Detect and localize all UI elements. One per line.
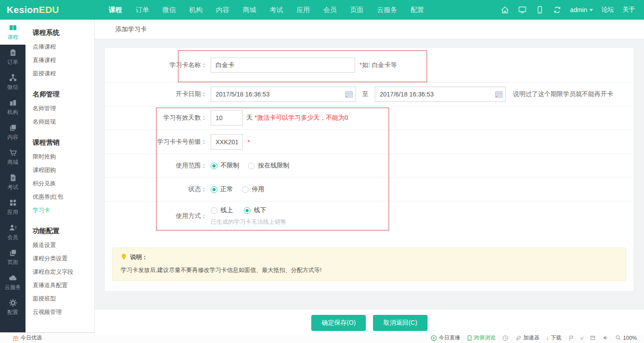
valid-days-label: 学习有效天数： (105, 114, 207, 122)
mode-note: 已生成的学习卡无法线上销售 (211, 218, 286, 226)
sidebar-item-label: 配置 (8, 309, 18, 316)
sidebar-item-mall[interactable]: 商城 (0, 145, 25, 170)
sidebar-item-member[interactable]: 会员 (0, 220, 25, 245)
card-name-label: 学习卡名称： (105, 61, 207, 69)
radio-unselected-icon (211, 207, 217, 214)
submenu-item[interactable]: 云视频管理 (33, 305, 94, 319)
scope-radio-online-limit[interactable]: 按在线限制 (248, 162, 289, 170)
history-clock-icon[interactable] (502, 335, 508, 341)
submenu-item-study-card[interactable]: 学习卡 (33, 204, 94, 217)
page-title: 添加学习卡 (115, 25, 147, 33)
mode-radio-online[interactable]: 线上 (211, 206, 233, 214)
daily-picks-link[interactable]: 今日优选 (13, 334, 42, 342)
accelerator-link[interactable]: 加速器 (515, 334, 539, 342)
zoom-control[interactable]: 100% (615, 335, 637, 341)
topnav-item-content[interactable]: 内容 (209, 0, 236, 20)
refresh-icon[interactable] (553, 5, 562, 14)
card-prefix-input[interactable] (211, 134, 243, 150)
topnav-item-order[interactable]: 订单 (129, 0, 156, 20)
zoom-level: 100% (623, 335, 637, 341)
topnav-item-member[interactable]: 会员 (317, 0, 343, 20)
document-icon (8, 173, 17, 182)
submenu-item[interactable]: 限时抢购 (33, 150, 94, 163)
icon-sidebar: 课程 订单 微信 机构 内容 商城 (0, 20, 25, 332)
submenu-item[interactable]: 名师提现 (33, 115, 94, 129)
status-radio-disabled[interactable]: 停用 (242, 185, 264, 193)
download-link[interactable]: ↓ 下载 (546, 334, 562, 342)
submenu-item[interactable]: 课程自定义字段 (33, 265, 94, 279)
sidebar-item-app[interactable]: 应用 (0, 195, 25, 220)
save-button[interactable]: 确定保存(O) (311, 315, 366, 331)
window-mode-icon[interactable] (590, 335, 596, 341)
topnav-item-exam[interactable]: 考试 (263, 0, 290, 20)
submenu-item[interactable]: 直播道具配置 (33, 279, 94, 292)
apps-grid-icon (8, 198, 17, 207)
topnav-item-mall[interactable]: 商城 (236, 0, 263, 20)
submenu-item[interactable]: 面授班型 (33, 292, 94, 305)
form-card: 学习卡名称： *如: 白金卡等 开卡日期： (104, 47, 634, 292)
topnav-item-wechat[interactable]: 微信 (156, 0, 182, 20)
topnav-item-config[interactable]: 配置 (404, 0, 431, 20)
sidebar-item-order[interactable]: 订单 (0, 45, 25, 70)
flag-icon[interactable] (568, 335, 574, 341)
mode-radio-offline[interactable]: 线下 (244, 206, 266, 214)
brand-logo[interactable]: KesionEDU (0, 4, 95, 15)
app-window: KesionEDU 课程 订单 微信 机构 内容 商城 考试 应用 会员 页面 … (0, 0, 644, 343)
submenu-item[interactable]: 优惠券|红包 (33, 190, 94, 204)
cross-screen-link[interactable]: 跨屏浏览 (467, 334, 496, 342)
valid-days-hint: *激活卡可以学习多少天，不能为0 (254, 114, 348, 122)
sidebar-item-label: 内容 (8, 134, 18, 141)
status-radio-normal[interactable]: 正常 (211, 185, 233, 193)
scope-radio-unlimited[interactable]: 不限制 (211, 162, 239, 170)
submenu-item[interactable]: 频道设置 (33, 238, 94, 252)
admin-menu[interactable]: admin (570, 6, 593, 13)
live-today-link[interactable]: 今日直播 (431, 334, 460, 342)
share-network-icon (8, 73, 17, 82)
home-icon[interactable] (500, 5, 509, 14)
submenu-item[interactable]: 点播课程 (33, 40, 94, 54)
bulb-icon (121, 253, 127, 261)
ie-compat-icon[interactable]: e (581, 335, 584, 341)
status-label: 状态： (105, 185, 207, 193)
content-pages-icon (8, 123, 17, 132)
topnav-item-cloud[interactable]: 云服务 (370, 0, 404, 20)
date-from-input[interactable] (211, 87, 356, 102)
sidebar-item-exam[interactable]: 考试 (0, 170, 25, 195)
submenu-item[interactable]: 名师管理 (33, 102, 94, 115)
submenu-item[interactable]: 课程分类设置 (33, 252, 94, 265)
sidebar-item-org[interactable]: 机构 (0, 95, 25, 120)
mobile-icon[interactable] (535, 5, 544, 14)
sidebar-item-wechat[interactable]: 微信 (0, 70, 25, 95)
calendar-icon[interactable] (345, 91, 353, 100)
about-link[interactable]: 关于 (623, 6, 635, 14)
date-to-input[interactable] (375, 87, 506, 102)
radio-unselected-icon (248, 163, 255, 169)
desktop-icon[interactable] (518, 5, 527, 14)
valid-days-input[interactable] (211, 110, 243, 125)
calendar-icon[interactable] (495, 91, 503, 100)
submenu-section-title: 功能配置 (33, 227, 94, 235)
play-circle-icon (431, 335, 437, 341)
speaker-icon[interactable] (602, 335, 609, 341)
submenu-item[interactable]: 课程团购 (33, 163, 94, 177)
topnav-item-org[interactable]: 机构 (182, 0, 209, 20)
sidebar-item-config[interactable]: 配置 (0, 295, 25, 320)
sidebar-item-cloud[interactable]: 云服务 (0, 270, 25, 295)
submenu-item[interactable]: 积分兑换 (33, 177, 94, 190)
forum-link[interactable]: 论坛 (602, 6, 614, 14)
card-name-input[interactable] (211, 58, 355, 73)
topnav-item-course[interactable]: 课程 (102, 0, 129, 20)
submenu-item[interactable]: 面授课程 (33, 67, 94, 80)
building-icon (8, 98, 17, 107)
sidebar-item-content[interactable]: 内容 (0, 120, 25, 145)
topnav-item-page[interactable]: 页面 (343, 0, 370, 20)
member-icon (8, 223, 17, 232)
cancel-button[interactable]: 取消返回(C) (373, 315, 427, 331)
sidebar-item-page[interactable]: 页面 (0, 245, 25, 270)
form-row-card-name: 学习卡名称： *如: 白金卡等 (105, 48, 634, 83)
sidebar-item-course[interactable]: 课程 (0, 20, 25, 45)
cart-icon (8, 148, 17, 157)
submenu-item[interactable]: 直播课程 (33, 54, 94, 67)
topnav-item-app[interactable]: 应用 (290, 0, 317, 20)
radio-unselected-icon (242, 186, 249, 193)
